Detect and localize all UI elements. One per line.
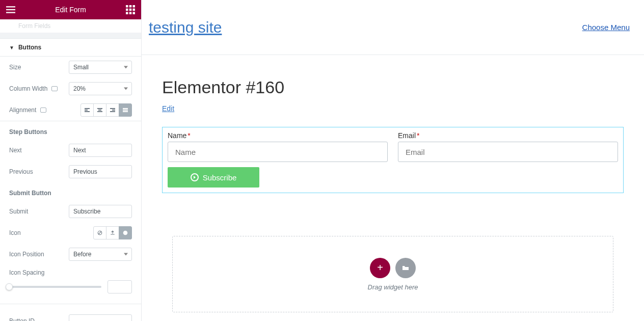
subscribe-wrap: Subscribe <box>168 167 618 188</box>
add-widget-button[interactable]: + <box>370 258 390 278</box>
svg-rect-0 <box>6 6 15 7</box>
page-title: Elementor #160 <box>162 77 624 97</box>
panel-header: Edit Form <box>0 0 141 19</box>
previous-label: Previous <box>9 168 64 175</box>
svg-rect-11 <box>133 12 136 15</box>
hamburger-icon[interactable] <box>6 5 15 14</box>
button-id-label: Button ID <box>9 317 64 321</box>
email-input[interactable] <box>398 142 618 162</box>
svg-rect-6 <box>126 9 128 11</box>
svg-rect-7 <box>129 9 132 11</box>
svg-rect-3 <box>126 5 128 8</box>
grid-icon[interactable] <box>126 5 135 14</box>
previous-input[interactable] <box>69 165 132 178</box>
colwidth-select-wrap <box>69 82 132 95</box>
icon-spacing-slider[interactable] <box>9 286 101 288</box>
control-icon: Icon <box>0 222 141 244</box>
caret-down-icon: ▼ <box>9 45 14 50</box>
align-left-button[interactable] <box>81 103 94 117</box>
svg-rect-2 <box>6 12 15 13</box>
icon-position-select[interactable] <box>69 248 132 261</box>
control-next: Next <box>0 140 141 161</box>
dropzone-inner: + Drag widget here <box>368 258 418 291</box>
size-select[interactable] <box>69 61 132 74</box>
control-submit: Submit <box>0 201 141 222</box>
svg-rect-10 <box>129 12 132 15</box>
control-previous: Previous <box>0 161 141 182</box>
page-content: Elementor #160 Edit Name* Email* Subscri… <box>142 55 644 312</box>
dropzone-text: Drag widget here <box>368 283 418 291</box>
align-right-button[interactable] <box>106 103 119 117</box>
column-width-label: Column Width <box>9 85 64 92</box>
step-buttons-heading: Step Buttons <box>0 121 141 140</box>
preview-canvas: testing site Choose Menu Elementor #160 … <box>142 0 644 321</box>
next-input[interactable] <box>69 144 132 157</box>
svg-rect-8 <box>133 9 136 11</box>
control-icon-position: Icon Position <box>0 244 141 265</box>
icon-position-label: Icon Position <box>9 251 64 258</box>
edit-link[interactable]: Edit <box>162 104 174 113</box>
svg-rect-1 <box>6 9 15 10</box>
field-email: Email* <box>398 131 618 162</box>
choose-menu-link[interactable]: Choose Menu <box>582 23 630 32</box>
submit-label: Submit <box>9 208 64 215</box>
control-size: Size <box>0 57 141 78</box>
icon-none-button[interactable] <box>93 226 106 239</box>
size-label: Size <box>9 64 64 71</box>
submit-input[interactable] <box>69 205 132 218</box>
button-id-input[interactable] <box>69 314 132 321</box>
alignment-label: Alignment <box>9 106 75 114</box>
section-divider <box>0 33 141 39</box>
editor-panel: Edit Form Form Fields ▼ Buttons Size Col… <box>0 0 142 321</box>
responsive-icon[interactable] <box>51 86 58 91</box>
form-widget[interactable]: Name* Email* Subscribe <box>162 127 624 193</box>
svg-rect-5 <box>133 5 136 8</box>
size-select-wrap <box>69 61 132 74</box>
field-name: Name* <box>168 131 388 162</box>
align-center-button[interactable] <box>93 103 106 117</box>
icon-spacing-value[interactable] <box>108 280 132 293</box>
column-width-select[interactable] <box>69 82 132 95</box>
hr <box>0 304 141 304</box>
svg-rect-4 <box>129 5 132 8</box>
responsive-icon[interactable] <box>40 108 46 113</box>
svg-rect-9 <box>126 12 128 15</box>
required-asterisk: * <box>187 131 190 140</box>
template-library-button[interactable] <box>395 258 416 278</box>
icon-group <box>93 226 132 239</box>
site-title-link[interactable]: testing site <box>149 19 222 36</box>
icon-spacing-label: Icon Spacing <box>0 265 141 276</box>
section-buttons-toggle[interactable]: ▼ Buttons <box>0 39 141 57</box>
dropzone-icons: + <box>370 258 416 278</box>
alignment-group <box>81 103 132 117</box>
name-field-label: Name* <box>168 131 388 140</box>
slider-thumb[interactable] <box>6 283 13 290</box>
subscribe-button[interactable]: Subscribe <box>168 167 259 188</box>
control-icon-spacing <box>0 276 141 298</box>
control-button-id: Button ID <box>0 310 141 321</box>
icon-label: Icon <box>9 229 88 236</box>
svg-line-13 <box>98 231 101 234</box>
required-asterisk: * <box>417 131 419 140</box>
icon-library-button[interactable] <box>119 226 132 239</box>
circle-arrow-icon <box>191 173 199 181</box>
email-field-label: Email* <box>398 131 618 140</box>
align-justify-button[interactable] <box>119 103 132 117</box>
next-label: Next <box>9 147 64 154</box>
control-alignment: Alignment <box>0 99 141 121</box>
section-form-fields-partial[interactable]: Form Fields <box>0 19 141 33</box>
submit-button-heading: Submit Button <box>0 182 141 201</box>
site-header: testing site Choose Menu <box>142 0 644 55</box>
panel-scroll[interactable]: Form Fields ▼ Buttons Size Column Width <box>0 19 141 321</box>
icon-upload-button[interactable] <box>106 226 119 239</box>
widget-dropzone[interactable]: + Drag widget here <box>172 236 613 312</box>
panel-title: Edit Form <box>15 6 126 14</box>
name-input[interactable] <box>168 142 388 162</box>
control-column-width: Column Width <box>0 78 141 99</box>
